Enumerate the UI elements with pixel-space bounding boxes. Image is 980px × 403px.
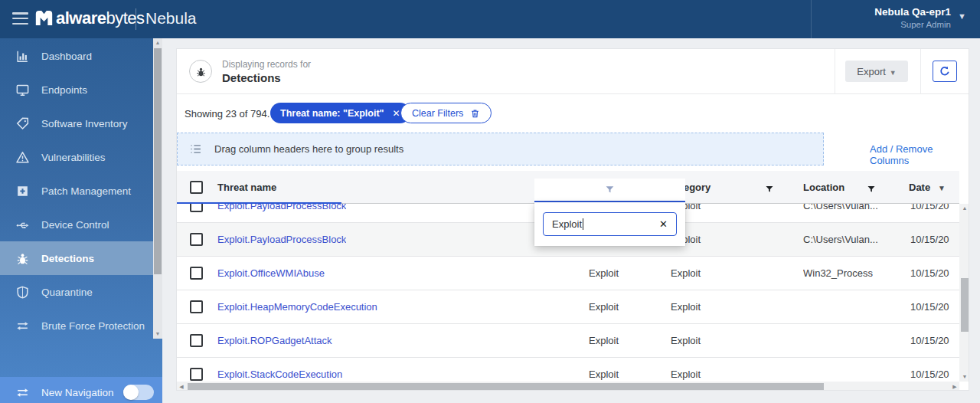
location-cell: Win32_Process (803, 267, 873, 279)
user-role: Super Admin (874, 20, 951, 29)
table-row: Exploit.ROPGadgetAttack Exploit Exploit … (177, 324, 959, 358)
trash-icon (470, 108, 480, 119)
column-header-date[interactable]: Date (909, 182, 930, 193)
filter-chip-remove-icon[interactable]: ✕ (393, 108, 400, 119)
add-remove-columns-link[interactable]: Add / Remove Columns (870, 143, 969, 166)
export-button[interactable]: Export▼ (845, 61, 908, 82)
grid-vscrollbar-thumb[interactable] (961, 278, 969, 332)
row-checkbox[interactable] (190, 368, 203, 381)
category-filter-funnel-icon[interactable] (765, 183, 774, 192)
export-label: Export (857, 66, 886, 77)
filter-chip-threat-name[interactable]: Threat name: "Exploit" ✕ (270, 103, 410, 123)
sidebar-scrollbar-thumb[interactable] (154, 48, 162, 274)
date-cell: 10/15/20 (910, 267, 949, 279)
sidebar-item-detections[interactable]: Detections (0, 241, 153, 275)
top-bar: alwarebytes Nebula Nebula Qa-epr1 Super … (0, 0, 980, 38)
refresh-icon (939, 65, 951, 77)
malwarebytes-logo: alwarebytes (34, 8, 145, 28)
column-header-location[interactable]: Location (803, 182, 844, 193)
date-sort-desc-icon[interactable]: ▼ (938, 184, 946, 192)
usb-icon (15, 218, 30, 232)
clear-filters-label: Clear Filters (412, 108, 463, 119)
filter-value-input[interactable]: Exploit ✕ (543, 212, 677, 236)
sidebar-item-patch-management[interactable]: Patch Management (0, 174, 153, 208)
threat-name-link[interactable]: Exploit.PayloadProcessBlock (217, 234, 346, 245)
threat-name-link[interactable]: Exploit.StackCodeExecution (217, 369, 342, 380)
row-checkbox[interactable] (190, 233, 203, 246)
malwarebytes-m-icon (34, 8, 54, 28)
category-cell: Exploit (671, 335, 701, 346)
sidebar-item-new-navigation[interactable]: New Navigation (0, 382, 162, 403)
sidebar-scroll-down-icon[interactable]: ▼ (153, 329, 162, 339)
date-cell: 10/15/20 (910, 234, 949, 245)
page-title: Detections (222, 71, 281, 84)
sidebar-item-label: Detections (41, 253, 94, 264)
sidebar-item-label: Software Inventory (41, 118, 128, 129)
hamburger-menu-icon[interactable] (12, 12, 28, 25)
column-header-threat-name[interactable]: Threat name (217, 182, 276, 193)
filter-value-text: Exploit (552, 218, 582, 230)
sidebar-item-device-control[interactable]: Device Control (0, 208, 153, 241)
grid-scroll-right-icon[interactable]: ▶ (950, 382, 959, 391)
shield-icon (15, 285, 30, 300)
sidebar-item-brute-force-protection[interactable]: Brute Force Protection (0, 309, 153, 342)
grid-hscrollbar-thumb[interactable] (188, 383, 824, 390)
sidebar-item-quarantine[interactable]: Quarantine (0, 275, 153, 309)
grid-scroll-down-icon[interactable]: ▼ (959, 372, 969, 382)
table-row: Exploit.OfficeWMIAbuse Exploit Exploit W… (177, 257, 959, 290)
arrows-icon (15, 385, 30, 400)
nebula-app: alwarebytes Nebula Nebula Qa-epr1 Super … (0, 0, 980, 403)
sidebar-item-software-inventory[interactable]: Software Inventory (0, 106, 153, 140)
filter-popup-header[interactable] (534, 179, 685, 202)
grid-horizontal-scrollbar[interactable]: ◀ ▶ (177, 382, 959, 391)
row-checkbox[interactable] (190, 334, 203, 347)
sidebar-item-label: Dashboard (41, 51, 92, 62)
plus-square-icon (15, 184, 30, 198)
threat-name-link[interactable]: Exploit.OfficeWMIAbuse (217, 267, 325, 279)
group-by-drop-zone[interactable]: Drag column headers here to group result… (177, 133, 824, 165)
category-cell: Exploit (671, 267, 701, 279)
category-cell: Exploit (671, 369, 701, 380)
brand-divider (136, 8, 136, 30)
action-cell: Exploit (589, 267, 619, 279)
location-filter-funnel-icon[interactable] (867, 183, 876, 192)
monitor-icon (15, 83, 30, 97)
grid-scroll-up-icon[interactable]: ▲ (959, 204, 969, 213)
sidebar-item-label: Endpoints (41, 84, 87, 96)
main-content: Displaying records for Detections Export… (162, 38, 980, 403)
sidebar-item-label: Vulnerabilities (41, 152, 106, 163)
filter-popup-body: Exploit ✕ (534, 202, 685, 246)
action-cell: Exploit (589, 301, 619, 313)
user-menu-caret-icon[interactable]: ▼ (958, 11, 966, 21)
header-divider (835, 49, 835, 94)
header-divider (920, 49, 921, 94)
threat-name-link[interactable]: Exploit.HeapMemoryCodeExecution (217, 301, 377, 313)
clear-filters-button[interactable]: Clear Filters (400, 103, 492, 123)
filtered-column-underline (177, 202, 341, 204)
select-all-checkbox[interactable] (190, 181, 203, 194)
sidebar-item-endpoints[interactable]: Endpoints (0, 73, 153, 106)
refresh-button[interactable] (933, 61, 957, 82)
user-menu[interactable]: Nebula Qa-epr1 Super Admin (874, 6, 951, 29)
grid-vertical-scrollbar[interactable]: ▲ ▼ (959, 204, 969, 382)
clear-filter-value-icon[interactable]: ✕ (659, 218, 668, 230)
row-checkbox[interactable] (190, 300, 203, 313)
sidebar-scroll-up-icon[interactable]: ▲ (153, 38, 162, 48)
detections-bug-icon (189, 60, 212, 83)
grid-scroll-left-icon[interactable]: ◀ (177, 382, 186, 391)
warning-triangle-icon (15, 150, 30, 165)
sidebar-scrollbar[interactable]: ▲ ▼ (153, 38, 162, 339)
row-checkbox[interactable] (190, 267, 203, 280)
sidebar-item-label: New Navigation (41, 387, 114, 398)
user-section-divider (811, 0, 812, 38)
sidebar-item-dashboard[interactable]: Dashboard (0, 39, 153, 73)
column-filter-popup: Exploit ✕ (534, 179, 685, 246)
threat-name-link[interactable]: Exploit.ROPGadgetAttack (217, 335, 332, 346)
new-navigation-toggle[interactable] (123, 385, 154, 400)
sidebar-item-vulnerabilities[interactable]: Vulnerabilities (0, 140, 153, 174)
sidebar-item-label: Device Control (41, 219, 109, 231)
sidebar-item-label: Quarantine (41, 287, 93, 298)
sidebar-footer: New Navigation Send Feedback (0, 377, 162, 403)
card-subtitle: Displaying records for (222, 59, 311, 70)
group-hint-text: Drag column headers here to group result… (214, 143, 403, 155)
